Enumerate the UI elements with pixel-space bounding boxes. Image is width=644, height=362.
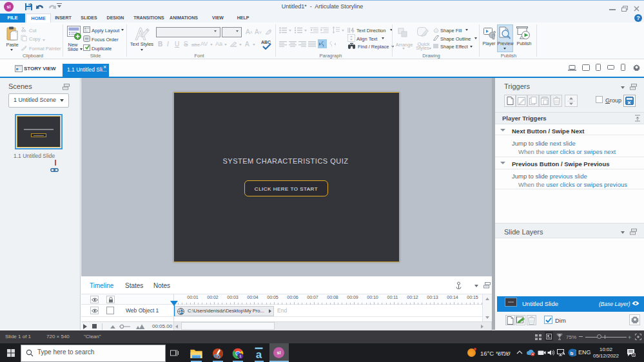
svg-text:3: 3 (633, 353, 635, 357)
svg-text:b: b (571, 350, 574, 356)
svg-text:a: a (256, 348, 262, 359)
